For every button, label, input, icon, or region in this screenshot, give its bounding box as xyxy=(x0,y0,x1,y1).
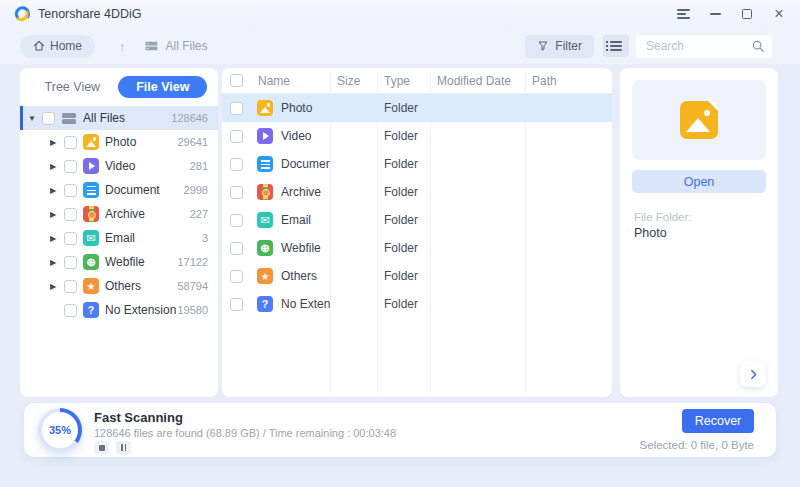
table-header: Name Size Type Modified Date Path xyxy=(222,68,612,94)
row-checkbox[interactable] xyxy=(230,186,243,199)
table-row[interactable]: Webfile Folder xyxy=(222,234,612,262)
row-type: Folder xyxy=(377,297,430,311)
noext-icon xyxy=(83,302,99,318)
home-label: Home xyxy=(50,39,82,53)
list-view-toggle[interactable] xyxy=(603,35,629,57)
row-checkbox[interactable] xyxy=(230,270,243,283)
file-tree: ▼ All Files 128646 ▶ Photo 29641 ▶ Video… xyxy=(20,106,218,322)
search-box xyxy=(636,35,772,58)
caret-right-icon[interactable]: ▶ xyxy=(50,186,64,195)
open-button[interactable]: Open xyxy=(632,170,766,193)
recover-button[interactable]: Recover xyxy=(682,409,754,433)
scan-status-bar: 35% Fast Scanning 128646 files are found… xyxy=(24,403,776,457)
table-row[interactable]: Others Folder xyxy=(222,262,612,290)
caret-down-icon[interactable]: ▼ xyxy=(28,114,42,123)
minimize-icon[interactable] xyxy=(704,3,726,25)
tree-item[interactable]: ▶ Email 3 xyxy=(20,226,218,250)
others-icon xyxy=(257,268,273,284)
table-row[interactable]: Photo Folder xyxy=(222,94,612,122)
table-row[interactable]: No Extens... Folder xyxy=(222,290,612,318)
tab-tree-view[interactable]: Tree View xyxy=(31,76,115,98)
tree-checkbox[interactable] xyxy=(64,184,77,197)
list-view-icon xyxy=(610,41,622,51)
table-row[interactable]: Video Folder xyxy=(222,122,612,150)
document-icon xyxy=(83,182,99,198)
email-icon xyxy=(257,212,273,228)
column-modified-date: Modified Date xyxy=(430,74,525,88)
tree-checkbox[interactable] xyxy=(64,232,77,245)
tree-checkbox[interactable] xyxy=(64,256,77,269)
caret-right-icon[interactable]: ▶ xyxy=(50,138,64,147)
filter-button[interactable]: Filter xyxy=(525,35,594,58)
tree-item[interactable]: ▶ Archive 227 xyxy=(20,202,218,226)
caret-right-icon[interactable]: ▶ xyxy=(50,234,64,243)
tree-item-count: 3 xyxy=(202,232,208,244)
row-checkbox[interactable] xyxy=(230,214,243,227)
column-size: Size xyxy=(330,74,377,88)
tree-item-label: Photo xyxy=(105,135,136,149)
others-icon xyxy=(83,278,99,294)
row-name: Video xyxy=(281,129,311,143)
tree-checkbox[interactable] xyxy=(64,304,77,317)
search-icon[interactable] xyxy=(751,39,765,53)
row-checkbox[interactable] xyxy=(230,130,243,143)
video-icon xyxy=(83,158,99,174)
close-icon[interactable]: × xyxy=(768,3,790,25)
row-checkbox[interactable] xyxy=(230,102,243,115)
table-row[interactable]: Document Folder xyxy=(222,150,612,178)
tree-item-count: 281 xyxy=(190,160,208,172)
tree-checkbox[interactable] xyxy=(64,280,77,293)
tree-item-count: 2998 xyxy=(184,184,208,196)
pause-button[interactable] xyxy=(116,441,131,454)
tree-item-count: 58794 xyxy=(177,280,208,292)
stop-icon xyxy=(99,445,105,451)
home-button[interactable]: Home xyxy=(20,35,95,58)
tree-item[interactable]: ▶ Others 58794 xyxy=(20,274,218,298)
tree-checkbox[interactable] xyxy=(64,160,77,173)
table-row[interactable]: Archive Folder xyxy=(222,178,612,206)
window-controls: × xyxy=(672,0,790,28)
nav-bar: Home ↑ All Files Filter xyxy=(0,28,800,64)
app-logo-icon xyxy=(14,6,31,23)
row-checkbox[interactable] xyxy=(230,298,243,311)
photo-icon xyxy=(83,134,99,150)
tree-item-count: 17122 xyxy=(177,256,208,268)
caret-right-icon[interactable]: ▶ xyxy=(50,210,64,219)
stop-button[interactable] xyxy=(94,441,109,454)
archive-icon xyxy=(257,184,273,200)
tree-checkbox[interactable] xyxy=(64,136,77,149)
caret-right-icon[interactable]: ▶ xyxy=(50,258,64,267)
caret-right-icon[interactable]: ▶ xyxy=(50,162,64,171)
tree-item[interactable]: ▶ Webfile 17122 xyxy=(20,250,218,274)
row-checkbox[interactable] xyxy=(230,242,243,255)
tree-item-count: 227 xyxy=(190,208,208,220)
tree-checkbox[interactable] xyxy=(64,208,77,221)
maximize-icon[interactable] xyxy=(736,3,758,25)
tree-item[interactable]: ▶ Document 2998 xyxy=(20,178,218,202)
select-all-checkbox[interactable] xyxy=(230,74,243,87)
row-checkbox[interactable] xyxy=(230,158,243,171)
tree-checkbox[interactable] xyxy=(42,112,55,125)
scan-title: Fast Scanning xyxy=(94,410,183,425)
table-row[interactable]: Email Folder xyxy=(222,206,612,234)
row-type: Folder xyxy=(377,185,430,199)
menu-icon[interactable] xyxy=(672,3,694,25)
column-type: Type xyxy=(377,74,430,88)
main-content: Tree View File View ▼ All Files 128646 ▶… xyxy=(20,68,778,397)
tab-file-view[interactable]: File View xyxy=(118,76,207,98)
tree-item[interactable]: ▶ Photo 29641 xyxy=(20,130,218,154)
up-arrow-icon[interactable]: ↑ xyxy=(119,39,126,54)
breadcrumb[interactable]: All Files xyxy=(144,39,208,53)
tree-item[interactable]: ▼ All Files 128646 xyxy=(20,106,218,130)
tree-item[interactable]: No Extension 19580 xyxy=(20,298,218,322)
video-icon xyxy=(257,128,273,144)
tree-item[interactable]: ▶ Video 281 xyxy=(20,154,218,178)
drive-icon xyxy=(144,40,159,52)
scan-percent: 35% xyxy=(38,408,82,452)
caret-right-icon[interactable]: ▶ xyxy=(50,282,64,291)
next-page-button[interactable] xyxy=(740,361,766,387)
tree-item-count: 19580 xyxy=(177,304,208,316)
row-name: Email xyxy=(281,213,311,227)
tree-item-label: Video xyxy=(105,159,135,173)
row-name: Others xyxy=(281,269,317,283)
